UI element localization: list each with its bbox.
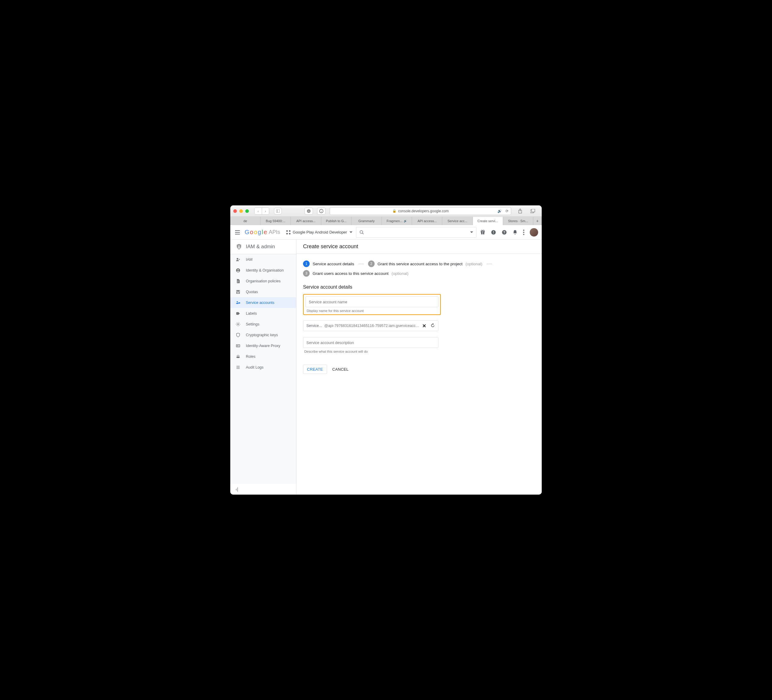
browser-tab[interactable]: Stores · Sm...	[503, 217, 533, 225]
browser-tab[interactable]: Service acc...	[442, 217, 473, 225]
svg-point-35	[239, 303, 239, 303]
page-content: Google APIs Google Play Android Develope…	[230, 225, 542, 495]
action-row: CREATE CANCEL	[303, 365, 535, 374]
sidebar-item-settings[interactable]: Settings	[230, 319, 296, 330]
svg-text:G: G	[308, 210, 310, 213]
back-button[interactable]: ‹	[255, 208, 262, 214]
clear-icon[interactable]: ✕	[422, 323, 426, 329]
sidebar-item-audit-logs[interactable]: Audit Logs	[230, 362, 296, 373]
reload-button[interactable]: ⟳	[505, 209, 509, 213]
save-icon	[236, 289, 241, 294]
main-panel: Create service account 1Service account …	[296, 239, 542, 495]
google-apis-logo[interactable]: Google APIs	[245, 229, 280, 236]
project-icon	[286, 230, 291, 234]
svg-point-33	[237, 301, 238, 303]
titlebar: ‹ › G i 🔒 console.developers.google.com …	[230, 205, 542, 217]
project-name: Google Play Android Developer	[293, 230, 347, 234]
create-button[interactable]: CREATE	[303, 365, 327, 374]
page-title: Create service account	[296, 239, 542, 254]
svg-rect-9	[532, 209, 535, 212]
step-label: Grant users access to this service accou…	[312, 271, 389, 276]
sidebar-item-label: Identity & Organisation	[246, 268, 284, 272]
optional-label: (optional)	[392, 271, 409, 276]
share-button[interactable]	[516, 208, 524, 215]
gift-icon[interactable]	[480, 230, 486, 235]
shield-icon	[236, 244, 242, 250]
svg-point-36	[237, 324, 239, 325]
new-tab-button[interactable]: +	[533, 217, 542, 225]
svg-point-26	[238, 245, 240, 247]
sidebar-toggle-button[interactable]	[274, 208, 282, 214]
svg-rect-32	[237, 292, 239, 294]
browser-tab[interactable]: Create servi...	[473, 217, 503, 225]
browser-tab[interactable]: Grammarly	[352, 217, 382, 225]
avatar[interactable]	[530, 228, 538, 237]
grammarly-ext-button[interactable]: G	[304, 208, 313, 215]
bell-icon[interactable]	[512, 230, 518, 235]
header-icons: ?	[480, 228, 538, 237]
svg-point-15	[481, 230, 483, 231]
sidebar-item-label: Audit Logs	[246, 365, 263, 370]
gcp-header: Google APIs Google Play Android Develope…	[230, 225, 542, 239]
sound-indicator-icon[interactable]: 🔊	[497, 209, 502, 213]
browser-tab[interactable]: Fragmen...🔊	[382, 217, 412, 225]
chevron-down-icon	[350, 231, 352, 233]
sound-icon: 🔊	[404, 219, 407, 222]
service-account-id-field: Service... @api-7976831618413465116-7595…	[303, 321, 438, 331]
collapse-sidebar-button[interactable]: ‹|	[230, 484, 296, 495]
sidebar-item-label: Quotas	[246, 290, 258, 294]
info-ext-button[interactable]: i	[317, 208, 325, 215]
step-number: 1	[303, 260, 310, 267]
more-icon[interactable]	[523, 230, 524, 235]
sidebar-item-labels[interactable]: Labels	[230, 308, 296, 319]
svg-point-29	[237, 269, 239, 270]
lock-icon: 🔒	[392, 209, 396, 213]
label-icon	[236, 311, 241, 316]
sidebar-item-label: IAM	[246, 257, 252, 262]
url-text: console.developers.google.com	[398, 209, 449, 213]
zoom-window-button[interactable]	[245, 209, 249, 213]
step-divider	[487, 264, 492, 264]
project-picker[interactable]: Google Play Android Developer	[286, 230, 352, 234]
sidebar-item-roles[interactable]: Roles	[230, 351, 296, 362]
search-icon	[359, 230, 364, 235]
svg-text:i: i	[321, 209, 322, 213]
step-2[interactable]: 2Grant this service account access to th…	[368, 260, 483, 267]
sidebar-title: IAM & admin	[230, 239, 296, 254]
cancel-button[interactable]: CANCEL	[332, 367, 349, 371]
browser-tab[interactable]: Publish to G...	[321, 217, 352, 225]
service-account-icon	[236, 300, 241, 305]
sidebar-item-service-accounts[interactable]: Service accounts	[230, 297, 296, 308]
step-label: Service account details	[312, 262, 354, 266]
sidebar-item-iam[interactable]: IAM	[230, 254, 296, 265]
address-bar[interactable]: 🔒 console.developers.google.com 🔊 ⟳	[330, 207, 511, 215]
service-account-name-input[interactable]	[306, 296, 438, 307]
step-3[interactable]: 3Grant users access to this service acco…	[303, 270, 409, 276]
gcp-search[interactable]	[356, 227, 476, 238]
menu-button[interactable]	[234, 229, 241, 236]
chevron-down-icon	[470, 231, 473, 233]
tabs-button[interactable]	[528, 208, 537, 215]
sidebar-item-label: Labels	[246, 311, 257, 316]
refresh-icon[interactable]	[430, 323, 435, 329]
desc-helper-text: Describe what this service account will …	[303, 350, 438, 353]
optional-label: (optional)	[465, 262, 482, 266]
browser-tab[interactable]: API access...	[291, 217, 321, 225]
help-icon[interactable]: ?	[502, 230, 507, 235]
sidebar-item-cryptographic-keys[interactable]: Cryptographic keys	[230, 330, 296, 340]
sidebar-item-quotas[interactable]: Quotas	[230, 286, 296, 297]
service-account-description-input[interactable]	[303, 337, 438, 348]
browser-tab[interactable]: Bug 59400:...	[260, 217, 291, 225]
minimize-window-button[interactable]	[239, 209, 243, 213]
sidebar-item-organisation-policies[interactable]: Organisation policies	[230, 276, 296, 286]
step-1[interactable]: 1Service account details	[303, 260, 354, 267]
svg-point-16	[483, 230, 484, 231]
sidebar-item-identity-organisation[interactable]: Identity & Organisation	[230, 265, 296, 276]
browser-tab[interactable]: de	[230, 217, 260, 225]
browser-tab[interactable]: API access...	[412, 217, 442, 225]
svg-rect-0	[276, 209, 280, 213]
alert-icon[interactable]	[491, 230, 496, 235]
close-window-button[interactable]	[233, 209, 237, 213]
forward-button[interactable]: ›	[262, 208, 269, 214]
sidebar-item-identity-aware-proxy[interactable]: Identity-Aware Proxy	[230, 340, 296, 351]
